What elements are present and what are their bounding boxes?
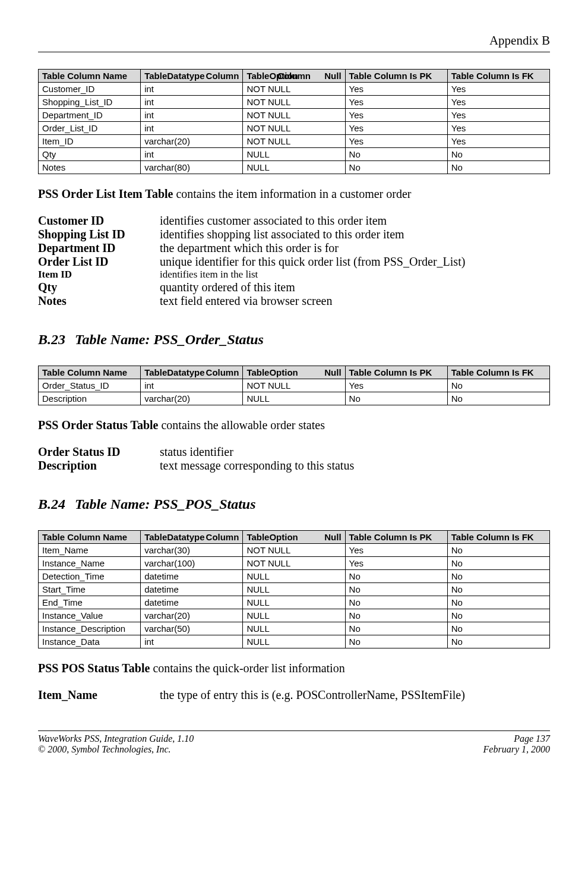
table-cell: No (345, 570, 447, 583)
intro3-bold: PSS POS Status Table (38, 662, 150, 675)
table-cell: NULL (243, 583, 345, 596)
table-cell: No (447, 596, 549, 609)
table-cell: Yes (345, 122, 447, 135)
table-row: Customer_IDintNOT NULLYesYes (39, 83, 550, 96)
th-pk: Table Column Is PK (345, 531, 447, 544)
table-row: Instance_DataintNULLNoNo (39, 635, 550, 648)
table-row: QtyintNULLNoNo (39, 148, 550, 161)
table-cell: Yes (345, 379, 447, 392)
table-cell: int (141, 379, 243, 392)
section-title: Table Name: PSS_POS_Status (75, 496, 256, 512)
table-cell: Yes (345, 135, 447, 148)
table-cell: Yes (345, 557, 447, 570)
table-cell: No (447, 544, 549, 557)
table-cell: No (345, 622, 447, 635)
table-cell: NOT NULL (243, 557, 345, 570)
table-cell: No (345, 596, 447, 609)
table-cell: Yes (345, 109, 447, 122)
definition-term: Order Status ID (38, 445, 160, 459)
th-name: Table Column Name (39, 366, 141, 379)
table-cell: No (447, 161, 549, 174)
intro1-rest: contains the item information in a custo… (173, 187, 411, 200)
footer-right-2: February 1, 2000 (483, 744, 550, 755)
definition-text: identifies customer associated to this o… (160, 214, 465, 228)
table2-body: Order_Status_IDintNOT NULLYesNoDescripti… (39, 379, 550, 405)
table-cell: No (447, 148, 549, 161)
table1-body: Customer_IDintNOT NULLYesYesShopping_Lis… (39, 83, 550, 174)
th-pk: Table Column Is PK (345, 366, 447, 379)
table-cell: NULL (243, 148, 345, 161)
definition-row: Order List IDunique identifier for this … (38, 255, 465, 269)
intro1-bold: PSS Order List Item Table (38, 187, 173, 200)
schema-table-order-status: Table Column Name Table Column Datatype … (38, 366, 550, 405)
schema-table-order-list-item: Table Column Name Table Column Datatype … (38, 69, 550, 174)
table-row: Department_IDintNOT NULLYesYes (39, 109, 550, 122)
table-cell: Notes (39, 161, 141, 174)
table-cell: Order_Status_ID (39, 379, 141, 392)
th-datatype: Table Column Datatype (141, 70, 243, 83)
definition-row: Descriptiontext message corresponding to… (38, 459, 354, 473)
table-cell: No (345, 583, 447, 596)
table-row: Shopping_List_IDintNOT NULLYesYes (39, 96, 550, 109)
table-cell: Yes (447, 109, 549, 122)
definition-row: Order Status IDstatus identifier (38, 445, 354, 459)
table-cell: NULL (243, 161, 345, 174)
table-cell: No (447, 570, 549, 583)
table-cell: Instance_Data (39, 635, 141, 648)
table-cell: varchar(80) (141, 161, 243, 174)
table-row: Item_Namevarchar(30)NOT NULLYesNo (39, 544, 550, 557)
definition-row: Item IDidentifies item in the list (38, 269, 465, 281)
table-cell: Yes (447, 83, 549, 96)
header-rule (38, 52, 550, 52)
table-cell: No (447, 622, 549, 635)
definition-text: quantity ordered of this item (160, 281, 465, 294)
table-row: Item_IDvarchar(20)NOT NULLYesYes (39, 135, 550, 148)
table-cell: datetime (141, 570, 243, 583)
table-cell: Yes (447, 135, 549, 148)
definition-term: Notes (38, 294, 160, 308)
table-cell: int (141, 83, 243, 96)
definition-term: Shopping List ID (38, 228, 160, 241)
th-null-r: Null (324, 71, 341, 81)
definition-text: identifies item in the list (160, 269, 465, 281)
intro-order-list-item: PSS Order List Item Table contains the i… (38, 187, 550, 201)
intro-pos-status: PSS POS Status Table contains the quick-… (38, 662, 550, 675)
definition-term: Description (38, 459, 160, 473)
table-cell: varchar(30) (141, 544, 243, 557)
th-null: Table Null Option (243, 531, 345, 544)
definition-row: Notestext field entered via browser scre… (38, 294, 465, 308)
table-cell: No (447, 392, 549, 405)
table-cell: varchar(20) (141, 609, 243, 622)
th-pk: Table Column Is PK (345, 70, 447, 83)
table-cell: Instance_Value (39, 609, 141, 622)
definition-term: Qty (38, 281, 160, 294)
section-title: Table Name: PSS_Order_Status (75, 332, 264, 347)
table-cell: NOT NULL (243, 544, 345, 557)
definition-row: Item_Namethe type of entry this is (e.g.… (38, 688, 465, 702)
table-cell: Shopping_List_ID (39, 96, 141, 109)
th-null: Table Null Option (243, 366, 345, 379)
table-cell: int (141, 122, 243, 135)
th-datatype-l: Table (144, 71, 167, 81)
definition-text: status identifier (160, 445, 354, 459)
th-datatype: Table Column Datatype (141, 531, 243, 544)
table-cell: No (345, 392, 447, 405)
table-cell: NOT NULL (243, 83, 345, 96)
table-cell: No (345, 148, 447, 161)
table-cell: Yes (345, 544, 447, 557)
th-datatype: Table Column Datatype (141, 366, 243, 379)
definition-row: Shopping List IDidentifies shopping list… (38, 228, 465, 241)
table-cell: NULL (243, 622, 345, 635)
intro2-bold: PSS Order Status Table (38, 418, 158, 432)
definition-term: Customer ID (38, 214, 160, 228)
table-cell: NOT NULL (243, 379, 345, 392)
section-b23-heading: B.23 Table Name: PSS_Order_Status (38, 332, 550, 348)
definition-text: the type of entry this is (e.g. POSContr… (160, 688, 465, 702)
table-row: Instance_Valuevarchar(20)NULLNoNo (39, 609, 550, 622)
table-row: Instance_Descriptionvarchar(50)NULLNoNo (39, 622, 550, 635)
table-cell: NULL (243, 392, 345, 405)
definition-text: unique identifier for this quick order l… (160, 255, 465, 269)
table-row: End_TimedatetimeNULLNoNo (39, 596, 550, 609)
th-null-l: Table (246, 71, 269, 81)
definitions-pos-status: Item_Namethe type of entry this is (e.g.… (38, 688, 465, 702)
